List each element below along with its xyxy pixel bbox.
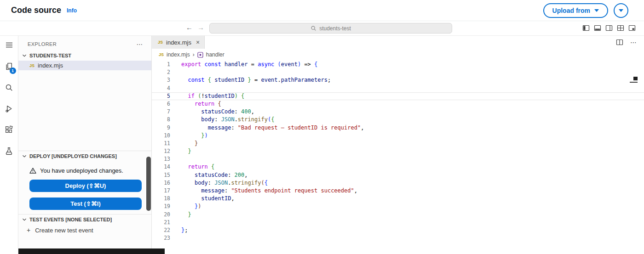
line-content[interactable]: };	[170, 226, 188, 234]
code-line-5[interactable]: 5 if (!studentID) {	[152, 92, 644, 100]
search-value: students-test	[319, 25, 351, 32]
code-line-21[interactable]: 21	[152, 219, 644, 226]
warning-icon	[29, 167, 36, 174]
line-content[interactable]: return {	[170, 163, 214, 171]
line-number: 10	[152, 132, 170, 140]
code-line-16[interactable]: 16 body: JSON.stringify({	[152, 179, 644, 187]
line-number: 8	[152, 116, 170, 124]
breadcrumb: JS index.mjs › handler	[152, 49, 644, 61]
explorer-files-icon[interactable]: 1	[4, 61, 14, 71]
line-content[interactable]: statusCode: 200,	[170, 171, 248, 179]
forward-arrow-icon[interactable]: →	[197, 24, 204, 31]
line-number: 1	[152, 61, 170, 68]
line-content[interactable]: message: "Students endpoint request succ…	[170, 187, 357, 195]
toggle-panel-icon[interactable]	[594, 24, 601, 32]
customize-layout-icon[interactable]	[628, 24, 636, 32]
code-line-6[interactable]: 6 return {	[152, 100, 644, 108]
code-line-14[interactable]: 14 return {	[152, 163, 644, 171]
code-line-1[interactable]: 1export const handler = async (event) =>…	[152, 61, 644, 68]
code-line-4[interactable]: 4	[152, 85, 644, 92]
editor-pane: JS index.mjs × ⋯ JS index.mjs › handler …	[152, 36, 644, 254]
search-sidebar-icon[interactable]	[4, 82, 14, 92]
code-line-22[interactable]: 22};	[152, 226, 644, 234]
code-line-2[interactable]: 2	[152, 68, 644, 76]
info-link[interactable]: Info	[67, 7, 77, 14]
line-number: 13	[152, 155, 170, 163]
create-test-event-label: Create new test event	[35, 227, 93, 234]
symbol-method-icon	[197, 52, 203, 58]
menu-icon[interactable]	[4, 40, 14, 50]
line-content[interactable]: export const handler = async (event) => …	[170, 61, 317, 68]
breadcrumb-file[interactable]: index.mjs	[167, 51, 190, 58]
code-line-17[interactable]: 17 message: "Students endpoint request s…	[152, 187, 644, 195]
code-line-20[interactable]: 20 }	[152, 211, 644, 219]
run-debug-icon[interactable]	[4, 103, 14, 113]
upload-from-button[interactable]: Upload from	[543, 3, 608, 18]
code-lines[interactable]: 1export const handler = async (event) =>…	[152, 61, 644, 254]
line-content[interactable]: statusCode: 400,	[170, 108, 254, 116]
back-arrow-icon[interactable]: ←	[186, 24, 193, 31]
explorer-more-actions-icon[interactable]: ⋯	[137, 40, 143, 48]
explorer-sidebar: EXPLORER ⋯ STUDENTS-TEST JS index.mjs DE…	[18, 36, 152, 254]
line-content[interactable]: }	[170, 147, 191, 155]
line-content[interactable]: message: "Bad request – studentID is req…	[170, 124, 364, 132]
explorer-title: EXPLORER	[28, 41, 57, 47]
line-number: 15	[152, 171, 170, 179]
code-line-18[interactable]: 18 studentID,	[152, 195, 644, 203]
line-content[interactable]: body: JSON.stringify({	[170, 116, 274, 124]
breadcrumb-symbol[interactable]: handler	[206, 51, 224, 58]
collapse-panel-button[interactable]	[614, 3, 628, 18]
close-icon[interactable]: ×	[196, 39, 200, 46]
chevron-down-icon	[21, 153, 28, 159]
line-number: 9	[152, 124, 170, 132]
split-editor-icon[interactable]	[616, 39, 623, 46]
tab-index-mjs[interactable]: JS index.mjs ×	[152, 36, 205, 49]
create-test-event[interactable]: + Create new test event	[27, 226, 151, 235]
code-line-11[interactable]: 11 }	[152, 140, 644, 147]
code-line-8[interactable]: 8 body: JSON.stringify({	[152, 116, 644, 124]
code-line-12[interactable]: 12 }	[152, 147, 644, 155]
extensions-icon[interactable]	[4, 124, 14, 135]
code-line-13[interactable]: 13	[152, 155, 644, 163]
test-flask-icon[interactable]	[4, 146, 14, 156]
line-content[interactable]: const { studentID } = event.pathParamete…	[170, 76, 331, 84]
code-line-9[interactable]: 9 message: "Bad request – studentID is r…	[152, 124, 644, 132]
line-content[interactable]: if (!studentID) {	[170, 92, 244, 100]
line-content[interactable]: })	[170, 203, 201, 210]
section-test-events[interactable]: TEST EVENTS [NONE SELECTED]	[18, 214, 151, 225]
code-line-10[interactable]: 10 })	[152, 132, 644, 140]
line-content[interactable]: body: JSON.stringify({	[170, 179, 268, 187]
line-content[interactable]: }	[170, 211, 191, 219]
warning-text: You have undeployed changes.	[40, 167, 123, 174]
test-button[interactable]: Test (⇧⌘I)	[29, 198, 142, 210]
search-input[interactable]: students-test	[209, 23, 452, 34]
line-number: 14	[152, 163, 170, 171]
sidebar-scrollbar[interactable]	[146, 157, 151, 211]
section-students-test[interactable]: STUDENTS-TEST	[18, 51, 151, 61]
code-line-19[interactable]: 19 })	[152, 203, 644, 210]
line-content[interactable]: })	[170, 132, 208, 140]
line-number: 20	[152, 211, 170, 219]
file-item-index-mjs[interactable]: JS index.mjs	[18, 61, 151, 70]
chevron-down-icon	[21, 52, 28, 59]
section-label: STUDENTS-TEST	[29, 53, 71, 58]
toggle-primary-sidebar-icon[interactable]	[582, 24, 590, 32]
toggle-secondary-sidebar-icon[interactable]	[605, 24, 613, 32]
deploy-button[interactable]: Deploy (⇧⌘U)	[29, 180, 142, 192]
header-actions: Upload from	[543, 3, 635, 18]
code-line-15[interactable]: 15 statusCode: 200,	[152, 171, 644, 179]
line-number: 4	[152, 85, 170, 92]
search-icon	[310, 25, 316, 31]
code-line-23[interactable]: 23	[152, 234, 644, 242]
editor-grid-layout-icon[interactable]	[617, 24, 624, 32]
bottom-dark-bar	[18, 248, 165, 254]
line-content[interactable]: studentID,	[170, 195, 235, 203]
code-line-3[interactable]: 3 const { studentID } = event.pathParame…	[152, 76, 644, 84]
section-deploy[interactable]: DEPLOY [UNDEPLOYED CHANGES]	[18, 151, 151, 161]
page-header: Code source Info Upload from	[0, 0, 644, 21]
line-content[interactable]: }	[170, 140, 198, 147]
line-content[interactable]: return {	[170, 100, 221, 108]
layout-controls	[582, 24, 636, 32]
editor-more-actions-icon[interactable]: ⋯	[630, 39, 637, 46]
code-line-7[interactable]: 7 statusCode: 400,	[152, 108, 644, 116]
